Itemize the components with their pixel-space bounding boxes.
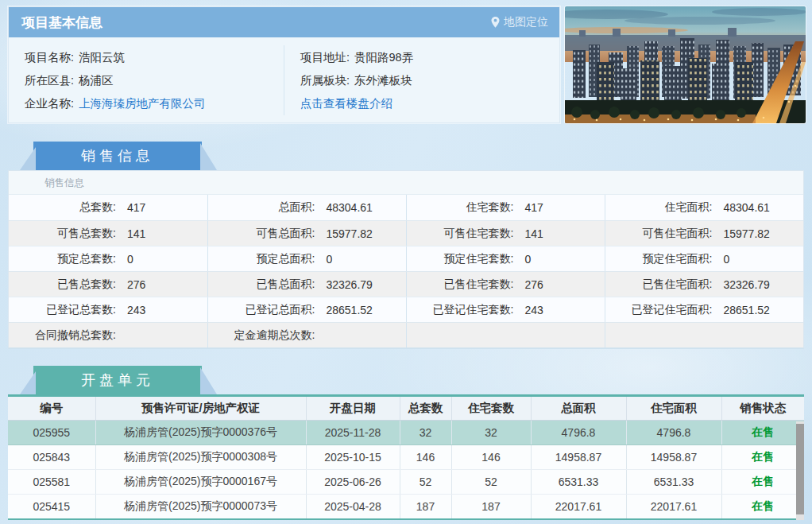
sales-tab: 销售信息 [33, 142, 202, 170]
cell-total-units: 32 [400, 421, 451, 445]
sales-cell: 合同撤销总套数: [9, 323, 207, 347]
col-header-res-area: 住宅面积 [626, 396, 721, 421]
sales-label: 定金逾期总次数: [208, 328, 315, 343]
sales-value: 28651.52 [326, 304, 372, 316]
sales-value: 276 [127, 278, 145, 291]
map-pin-icon [491, 17, 500, 28]
sales-label: 可售总套数: [9, 227, 116, 241]
sales-label: 已登记总套数: [9, 303, 116, 317]
table-scrollbar-thumb[interactable] [796, 424, 804, 514]
sales-value: 0 [723, 253, 729, 266]
opening-units-tab-label: 开盘单元 [81, 371, 154, 390]
sales-cell: 定金逾期总次数: [207, 323, 406, 347]
sales-label: 预定总面积: [208, 252, 315, 266]
sales-label: 可售住宅套数: [407, 227, 513, 241]
cell-res-units: 187 [451, 495, 531, 519]
sales-label: 住宅面积: [605, 200, 712, 215]
cell-total-units: 146 [400, 445, 451, 470]
field-district: 所在区县:杨浦区 [25, 71, 284, 90]
sales-value: 141 [524, 227, 543, 240]
sales-value: 141 [127, 227, 145, 240]
col-header-status: 销售状态 [721, 396, 804, 421]
field-value: 东外滩板块 [354, 74, 412, 87]
opening-row[interactable]: 025581 杨浦房管(2025)预字0000167号 2025-06-26 5… [8, 470, 804, 495]
field-value: 贵阳路98弄 [354, 51, 413, 64]
status-badge: 在售 [752, 425, 774, 438]
sales-label: 可售总面积: [208, 227, 315, 241]
sales-cell: 预定总套数:0 [9, 246, 207, 271]
sales-section: 销售信息 销售信息 总套数:417 总面积:48304.61 住宅套数:417 … [8, 142, 806, 349]
cell-id: 025415 [8, 495, 95, 519]
cell-date: 2025-06-26 [306, 470, 400, 495]
field-label: 项目地址: [300, 51, 350, 64]
field-plate: 所属板块:东外滩板块 [300, 71, 559, 90]
sales-label: 可售住宅面积: [605, 227, 712, 241]
sales-value: 32326.79 [326, 278, 372, 291]
table-scrollbar-track[interactable] [796, 421, 804, 520]
sales-label: 已售总面积: [208, 278, 315, 292]
sales-value: 0 [326, 253, 332, 266]
sales-cell: 已售住宅面积:32326.79 [605, 272, 803, 297]
sales-value: 0 [524, 253, 531, 266]
cell-res-area: 14958.87 [626, 445, 721, 470]
sales-cell: 已售总面积:32326.79 [207, 272, 406, 297]
page-title: 项目基本信息 [21, 14, 102, 32]
cell-date: 2025-04-28 [306, 495, 400, 519]
page: 项目基本信息 地图定位 项目名称:浩阳云筑 所在区县:杨浦区 [0, 0, 812, 524]
sales-cell [605, 323, 803, 347]
field-company: 企业名称:上海海瑧房地产有限公司 [25, 94, 284, 113]
opening-row[interactable]: 025843 杨浦房管(2025)预字0000308号 2025-10-15 1… [8, 445, 804, 470]
sales-label: 预定住宅套数: [407, 252, 513, 266]
sales-cell: 可售总面积:15977.82 [207, 221, 406, 246]
sales-cell: 可售住宅面积:15977.82 [605, 221, 803, 246]
cell-id: 025581 [8, 470, 95, 495]
sales-cell: 已登记总套数:243 [9, 297, 207, 322]
cell-total-area: 4796.8 [531, 421, 626, 445]
map-locate-link[interactable]: 地图定位 [491, 15, 548, 29]
cell-total-area: 22017.61 [531, 495, 626, 519]
sales-cell: 预定住宅面积:0 [605, 246, 803, 271]
sales-cell: 可售住宅套数:141 [406, 221, 605, 246]
sales-label: 已售住宅套数: [407, 278, 513, 292]
cell-total-units: 52 [400, 470, 451, 495]
opening-units-table: 编号 预售许可证/房地产权证 开盘日期 总套数 住宅套数 总面积 住宅面积 销售… [8, 394, 804, 520]
map-locate-label: 地图定位 [504, 15, 548, 29]
sales-cell: 已登记总面积:28651.52 [207, 297, 406, 322]
sales-row: 可售总套数:141 可售总面积:15977.82 可售住宅套数:141 可售住宅… [9, 220, 803, 246]
sales-label: 已登记住宅套数: [407, 303, 513, 317]
project-info-header: 项目基本信息 地图定位 [9, 7, 559, 37]
cell-permit: 杨浦房管(2025)预字0000073号 [95, 495, 306, 519]
sales-label: 已售住宅面积: [605, 278, 712, 292]
info-col-left: 项目名称:浩阳云筑 所在区县:杨浦区 企业名称:上海海瑧房地产有限公司 [9, 45, 284, 115]
sales-value: 0 [127, 253, 133, 266]
sales-label: 合同撤销总套数: [9, 328, 116, 343]
opening-units-tab: 开盘单元 [33, 366, 202, 394]
field-intro: 点击查看楼盘介绍 [300, 94, 559, 113]
sales-label: 已登记住宅面积: [605, 303, 712, 317]
field-label: 企业名称: [25, 97, 74, 110]
sales-subheader: 销售信息 [9, 171, 803, 195]
sales-row: 预定总套数:0 预定总面积:0 预定住宅套数:0 预定住宅面积:0 [9, 246, 803, 271]
sales-cell: 已登记住宅套数:243 [406, 297, 605, 322]
sales-label: 总套数: [9, 200, 116, 215]
cell-res-area: 6531.33 [626, 470, 721, 495]
project-info-body: 项目名称:浩阳云筑 所在区县:杨浦区 企业名称:上海海瑧房地产有限公司 项目地址… [9, 37, 559, 123]
sales-value: 48304.61 [723, 201, 769, 214]
sales-cell: 已售住宅套数:276 [406, 272, 605, 297]
col-header-total-units: 总套数 [400, 396, 451, 421]
sales-label: 预定总套数: [9, 252, 116, 266]
cell-permit: 杨浦房管(2025)预字0000167号 [95, 470, 306, 495]
project-intro-link[interactable]: 点击查看楼盘介绍 [300, 97, 392, 110]
sales-cell: 总套数:417 [9, 195, 207, 220]
cell-permit: 杨浦房管(2025)预字0000376号 [95, 421, 306, 445]
company-link[interactable]: 上海海瑧房地产有限公司 [79, 97, 206, 110]
opening-row[interactable]: 025415 杨浦房管(2025)预字0000073号 2025-04-28 1… [8, 495, 804, 519]
sales-tab-label: 销售信息 [81, 146, 154, 165]
sales-row: 总套数:417 总面积:48304.61 住宅套数:417 住宅面积:48304… [9, 195, 803, 220]
sales-label: 已售总套数: [9, 278, 116, 292]
sales-value: 417 [127, 201, 145, 214]
sales-label: 总面积: [208, 200, 315, 215]
cell-res-area: 22017.61 [626, 495, 721, 519]
cell-total-area: 6531.33 [531, 470, 626, 495]
opening-row[interactable]: 025955 杨浦房管(2025)预字0000376号 2025-11-28 3… [8, 421, 804, 445]
